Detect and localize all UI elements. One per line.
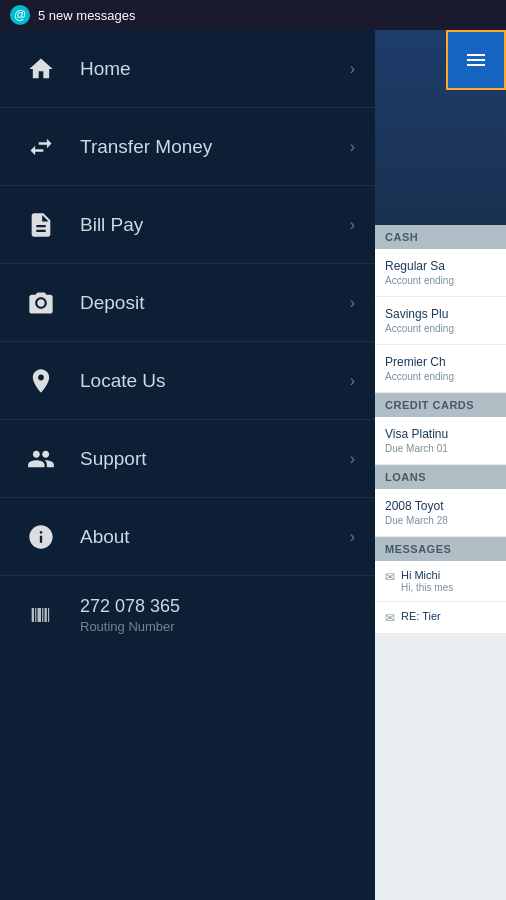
account-toyota-loan[interactable]: 2008 Toyot Due March 28 [375,489,506,537]
routing-text: 272 078 365 Routing Number [80,596,180,634]
message-title: RE: Tier [401,610,441,622]
home-icon [20,48,62,90]
routing-label: Routing Number [80,619,180,634]
chevron-right-icon: › [350,294,355,312]
section-header-messages: MESSAGES [375,537,506,561]
message-item-2[interactable]: ✉ RE: Tier [375,602,506,634]
sidebar-item-locate[interactable]: Locate Us › [0,342,375,420]
message-item-1[interactable]: ✉ Hi Michi Hi, this mes [375,561,506,602]
envelope-icon: ✉ [385,570,395,584]
sidebar-item-deposit[interactable]: Deposit › [0,264,375,342]
transfer-icon [20,126,62,168]
section-header-loans: LOANS [375,465,506,489]
message-sub: Hi, this mes [401,582,453,593]
account-name: 2008 Toyot [385,499,496,513]
sidebar-item-about-label: About [80,526,350,548]
sidebar-item-support[interactable]: Support › [0,420,375,498]
pin-icon [20,360,62,402]
account-sub: Due March 01 [385,443,496,454]
right-panel-top [375,30,506,225]
account-sub: Account ending [385,275,496,286]
right-top-header [375,30,506,90]
account-name: Visa Platinu [385,427,496,441]
sidebar: Home › Transfer Money › Bill Pay › Depos… [0,30,375,900]
sidebar-item-home[interactable]: Home › [0,30,375,108]
menu-button[interactable] [446,30,506,90]
status-text: 5 new messages [38,8,136,23]
chevron-right-icon: › [350,216,355,234]
account-regular-savings[interactable]: Regular Sa Account ending [375,249,506,297]
message-content-1: Hi Michi Hi, this mes [401,569,453,593]
chevron-right-icon: › [350,60,355,78]
sidebar-item-transfer[interactable]: Transfer Money › [0,108,375,186]
accounts-list: CASH Regular Sa Account ending Savings P… [375,225,506,900]
info-icon [20,516,62,558]
camera-icon [20,282,62,324]
bill-icon [20,204,62,246]
account-name: Regular Sa [385,259,496,273]
status-bar: @ 5 new messages [0,0,506,30]
account-name: Premier Ch [385,355,496,369]
message-content-2: RE: Tier [401,610,441,623]
sidebar-item-deposit-label: Deposit [80,292,350,314]
right-panel: CASH Regular Sa Account ending Savings P… [375,30,506,900]
sidebar-item-billpay-label: Bill Pay [80,214,350,236]
section-header-credit-cards: CREDIT CARDS [375,393,506,417]
main-layout: Home › Transfer Money › Bill Pay › Depos… [0,30,506,900]
account-sub: Account ending [385,323,496,334]
support-icon [20,438,62,480]
account-premier-checking[interactable]: Premier Ch Account ending [375,345,506,393]
section-header-cash: CASH [375,225,506,249]
sidebar-item-transfer-label: Transfer Money [80,136,350,158]
chevron-right-icon: › [350,528,355,546]
routing-number: 272 078 365 [80,596,180,617]
routing-number-item: 272 078 365 Routing Number [0,576,375,654]
sidebar-item-locate-label: Locate Us [80,370,350,392]
chevron-right-icon: › [350,372,355,390]
sidebar-item-about[interactable]: About › [0,498,375,576]
sidebar-item-billpay[interactable]: Bill Pay › [0,186,375,264]
notification-icon: @ [10,5,30,25]
chevron-right-icon: › [350,138,355,156]
routing-icon [20,594,62,636]
envelope-icon: ✉ [385,611,395,625]
account-sub: Due March 28 [385,515,496,526]
account-visa-platinum[interactable]: Visa Platinu Due March 01 [375,417,506,465]
message-title: Hi Michi [401,569,453,581]
sidebar-item-home-label: Home [80,58,350,80]
account-savings-plus[interactable]: Savings Plu Account ending [375,297,506,345]
account-sub: Account ending [385,371,496,382]
sidebar-item-support-label: Support [80,448,350,470]
account-name: Savings Plu [385,307,496,321]
chevron-right-icon: › [350,450,355,468]
